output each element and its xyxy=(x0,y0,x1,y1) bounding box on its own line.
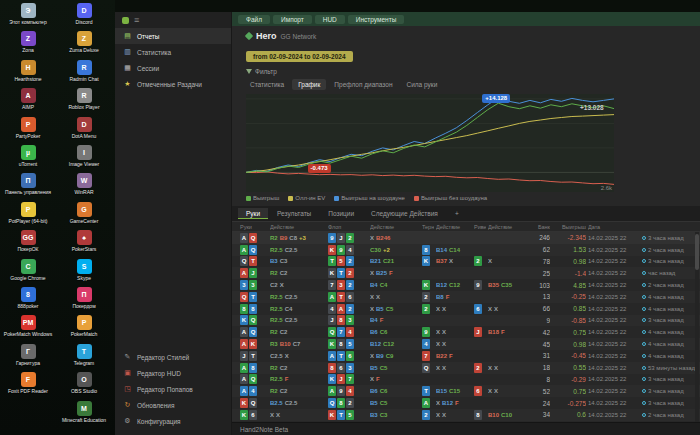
app-icon: Г xyxy=(21,344,36,359)
desktop-icon[interactable]: ZZona xyxy=(2,31,54,53)
desktop-icon[interactable]: HHearthstone xyxy=(2,60,54,82)
legend-item[interactable]: Выигрыш на шоудауне xyxy=(334,195,405,201)
column-header[interactable]: Флоп xyxy=(328,224,368,230)
hands-table-scrollbar[interactable] xyxy=(695,232,699,422)
desktop-icon[interactable]: ZZuma Deluxe xyxy=(58,31,110,53)
desktop-icon[interactable]: DDotA Menu xyxy=(58,117,110,139)
sidebar-item[interactable]: ↻Обновления xyxy=(115,397,231,413)
hands-tab[interactable]: Руки xyxy=(238,208,268,219)
table-row[interactable]: QTR2.5C2.5AT6XX2B8F13-0.2514.02.2025 224… xyxy=(232,291,700,303)
column-header[interactable]: Ривер xyxy=(474,224,486,230)
table-row[interactable]: AQR2B9C8+39J2XB246246-2.34514.02.2025 22… xyxy=(232,232,700,244)
filter-button[interactable]: Фильтр xyxy=(232,63,700,75)
hands-tab[interactable]: Результаты xyxy=(269,208,319,219)
table-row[interactable]: JTC2.5XAT6XB9C97B22F31-0.4514.02.2025 22… xyxy=(232,350,700,362)
desktop-icon[interactable]: IImage Viewer xyxy=(58,145,110,167)
sidebar-item[interactable]: ✎Редактор Стилей xyxy=(115,349,231,365)
table-row[interactable]: QTB3C3T52B21C21KB37X2X780.9814.02.2025 2… xyxy=(232,256,700,268)
column-header[interactable]: Банк xyxy=(526,224,550,230)
desktop-icon[interactable]: CGoogle Chrome xyxy=(2,259,54,281)
table-row[interactable]: KQB2.5C2.5Q82B5C5AXB12F24-0.27514.02.202… xyxy=(232,397,700,409)
desktop-icon[interactable]: ППокердом xyxy=(58,287,110,309)
desktop-icon[interactable]: ♠PokerStars xyxy=(58,230,110,252)
desktop-icon[interactable]: PPotPlayer (64-bit) xyxy=(2,202,54,224)
sidebar-item-label: Сессии xyxy=(137,65,159,72)
column-header[interactable]: Действие xyxy=(370,224,420,230)
desktop-icon[interactable]: 8888poker xyxy=(2,287,54,309)
column-header[interactable]: Действие xyxy=(488,224,524,230)
view-tab[interactable]: Сила руки xyxy=(401,79,444,90)
column-header[interactable]: Выигрыш xyxy=(552,224,586,230)
desktop-icon[interactable]: GGameCenter xyxy=(58,202,110,224)
column-header[interactable]: Действие xyxy=(436,224,472,230)
view-tab[interactable]: Префлоп диапазон xyxy=(328,79,398,90)
view-tab[interactable]: Статистика xyxy=(244,79,290,90)
desktop-icon[interactable]: MMinecraft Education xyxy=(58,401,110,423)
table-row[interactable]: 33C2X732B4C4KB12C129B35C351034.8514.02.2… xyxy=(232,279,700,291)
table-row[interactable]: AQR2C2Q74B6C69XXJB18F420.7514.02.2025 22… xyxy=(232,326,700,338)
desktop-icon[interactable]: FFoxit PDF Reader xyxy=(2,372,54,394)
table-row[interactable]: A8R2C2863B5C5QXX2XX180.5514.02.2025 2253… xyxy=(232,362,700,374)
desktop-icon[interactable]: TTelegram xyxy=(58,344,110,366)
legend-item[interactable]: Выигрыш xyxy=(246,195,279,201)
desktop-icon-label: Foxit PDF Reader xyxy=(2,388,54,394)
menubar-item[interactable]: Импорт xyxy=(273,15,312,24)
menubar-item[interactable]: Инструменты xyxy=(348,15,405,24)
table-row[interactable]: 88R2.5C44A2XB5C52XX6XX660.8514.02.2025 2… xyxy=(232,303,700,315)
sidebar-item[interactable]: ▤Отчеты xyxy=(115,28,231,44)
desktop-icon[interactable]: GGПокерОК xyxy=(2,230,54,252)
action-cell: B21C21 xyxy=(370,258,420,264)
sidebar-item[interactable]: ▦Сессии xyxy=(115,60,231,76)
view-tab[interactable]: График xyxy=(292,79,326,90)
menubar-item[interactable]: Файл xyxy=(238,15,270,24)
add-tab-button[interactable]: + xyxy=(447,208,467,219)
table-row[interactable]: AJR2C2KT2XB25F25-1.414.02.2025 22час наз… xyxy=(232,267,700,279)
desktop-icon[interactable]: ЭЭтот компьютер xyxy=(2,3,54,25)
sidebar-item[interactable]: ▥Статистика xyxy=(115,44,231,60)
sidebar-item[interactable]: ▣Редактор HUD xyxy=(115,365,231,381)
legend-item[interactable]: Олл-ин EV xyxy=(288,195,325,201)
legend-item[interactable]: Выигрыш без шоудауна xyxy=(414,195,487,201)
view-tabs: СтатистикаГрафикПрефлоп диапазонСила рук… xyxy=(232,75,700,90)
clock-icon xyxy=(642,271,646,275)
hands-tab[interactable]: Следующие Действия xyxy=(363,208,446,219)
desktop-icon[interactable]: OOBS Studio xyxy=(58,372,110,394)
table-row[interactable]: AQR2.5C2.5K94C30+28B14C14621.5314.02.202… xyxy=(232,244,700,256)
river-card-cell: 9 xyxy=(474,280,486,290)
desktop-icon[interactable]: DDiscord xyxy=(58,3,110,25)
table-row[interactable]: K6XXKT5B3C32XX8B10C10340.614.02.2025 222… xyxy=(232,409,700,421)
desktop-icon[interactable]: WWinRAR xyxy=(58,173,110,195)
action-token: C3 xyxy=(380,412,388,418)
desktop-icon[interactable]: µuTorrent xyxy=(2,145,54,167)
hands-tab[interactable]: Позиции xyxy=(320,208,362,219)
menubar-item[interactable]: HUD xyxy=(315,15,345,24)
desktop-icon[interactable]: SSkype xyxy=(58,259,110,281)
column-header[interactable]: Дата xyxy=(588,224,696,230)
time-ago-cell: 2 часа назад xyxy=(642,247,698,253)
desktop-icon[interactable]: PPokerMatch xyxy=(58,315,110,337)
column-header[interactable]: Действие xyxy=(270,224,326,230)
table-row[interactable]: KQR2.5C2.5J83B4F9-0.8514.02.2025 223 час… xyxy=(232,315,700,327)
desktop-icon[interactable]: PMPokerMatch Windows xyxy=(2,315,54,337)
sidebar-item[interactable]: ★Отмеченные Раздачи xyxy=(115,76,231,92)
column-header[interactable]: Руки xyxy=(240,224,268,230)
date-range-badge[interactable]: from 02-09-2024 to 02-09-2024 xyxy=(246,51,353,62)
desktop-icon[interactable]: RRoblox Player xyxy=(58,88,110,110)
sidebar-item-label: Отчеты xyxy=(137,33,159,40)
desktop-icon[interactable]: AAIMP xyxy=(2,88,54,110)
hamburger-menu-icon[interactable]: ≡ xyxy=(134,16,139,25)
card-8h: 8 xyxy=(328,363,336,373)
table-row[interactable]: AKR3B10C7K85B12C124XX450.9814.02.2025 22… xyxy=(232,338,700,350)
desktop-icon[interactable]: ППанель управления xyxy=(2,173,54,195)
action-cell: XX xyxy=(436,306,472,312)
table-row[interactable]: A4R2C2A94B6C6TB15C156XX520.7514.02.2025 … xyxy=(232,385,700,397)
table-row[interactable]: AQR2.5FKJ7XF8-0.2914.02.2025 223 часа на… xyxy=(232,374,700,386)
scrollbar-thumb[interactable] xyxy=(695,234,699,270)
clock-icon xyxy=(642,389,646,393)
desktop-icon[interactable]: ГГарнитура xyxy=(2,344,54,366)
desktop-icon[interactable]: PPartyPoker xyxy=(2,117,54,139)
desktop-icon[interactable]: RRadmin Chat xyxy=(58,60,110,82)
sidebar-item[interactable]: ⚙Конфигурация xyxy=(115,413,231,429)
column-header[interactable]: Терн xyxy=(422,224,434,230)
sidebar-item[interactable]: ◳Редактор Попапов xyxy=(115,381,231,397)
